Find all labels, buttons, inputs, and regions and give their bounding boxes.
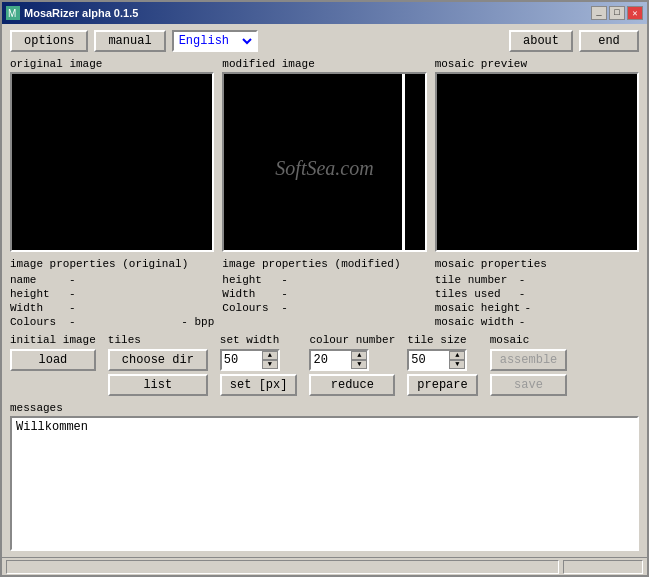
toolbar: options manual English Deutsch Español F… [10,30,639,52]
app-icon: M [6,6,20,20]
tiles-group: tiles choose dir list [108,334,208,396]
choose-dir-button[interactable]: choose dir [108,349,208,371]
colour-number-group: colour number ▲ ▼ reduce [309,334,395,396]
window-title: MosaRizer alpha 0.1.5 [24,7,138,19]
status-bar [2,557,647,575]
end-button[interactable]: end [579,30,639,52]
set-px-button[interactable]: set [px] [220,374,298,396]
mosaic-preview-box [435,72,639,252]
tile-size-label: tile size [407,334,477,346]
original-properties: image properties (original) name - heigh… [10,258,214,328]
colour-number-input[interactable] [311,352,351,368]
mosaic-props-title: mosaic properties [435,258,639,270]
mosaic-preview-label: mosaic preview [435,58,639,70]
about-button[interactable]: about [509,30,573,52]
tile-size-input[interactable] [409,352,449,368]
set-width-label: set width [220,334,298,346]
tile-size-down-button[interactable]: ▼ [449,360,465,369]
properties-row: image properties (original) name - heigh… [10,258,639,328]
prepare-button[interactable]: prepare [407,374,477,396]
image-panels: original image modified image SoftSea.co… [10,58,639,252]
colour-number-up-button[interactable]: ▲ [351,351,367,360]
status-panel-small [563,560,643,574]
initial-image-label: initial image [10,334,96,346]
language-select[interactable]: English Deutsch Español Français [175,33,255,49]
mosaic-preview-panel: mosaic preview [435,58,639,252]
colour-number-label: colour number [309,334,395,346]
mod-prop-width: Width - [222,288,426,300]
messages-label: messages [10,402,639,414]
reduce-button[interactable]: reduce [309,374,395,396]
mosaic-prop-mosaic-height: mosaic height - [435,302,639,314]
set-width-group: set width ▲ ▼ set [px] [220,334,298,396]
prop-height: height - [10,288,214,300]
close-button[interactable]: ✕ [627,6,643,20]
window-controls: _ □ ✕ [591,6,643,20]
tile-size-group: tile size ▲ ▼ prepare [407,334,477,396]
language-selector-wrapper: English Deutsch Español Français [172,30,258,52]
messages-section: messages Willkommen [10,402,639,551]
controls-row: initial image load tiles choose dir list… [10,334,639,396]
mosaic-group: mosaic assemble save [490,334,568,396]
assemble-button[interactable]: assemble [490,349,568,371]
maximize-button[interactable]: □ [609,6,625,20]
mod-prop-height: height - [222,274,426,286]
list-button[interactable]: list [108,374,208,396]
minimize-button[interactable]: _ [591,6,607,20]
initial-image-group: initial image load [10,334,96,371]
modified-image-label: modified image [222,58,426,70]
messages-box: Willkommen [10,416,639,551]
modified-props-title: image properties (modified) [222,258,426,270]
load-button[interactable]: load [10,349,96,371]
original-props-title: image properties (original) [10,258,214,270]
mosaic-prop-tile-number: tile number - [435,274,639,286]
colour-number-spinner: ▲ ▼ [309,349,369,371]
status-panel-main [6,560,559,574]
set-width-spinner: ▲ ▼ [220,349,280,371]
mosaic-prop-mosaic-width: mosaic width - [435,316,639,328]
manual-button[interactable]: manual [94,30,165,52]
mosaic-label: mosaic [490,334,568,346]
watermark: SoftSea.com [275,157,373,180]
tiles-label: tiles [108,334,208,346]
original-image-label: original image [10,58,214,70]
messages-text: Willkommen [16,420,88,434]
original-image-panel: original image [10,58,214,252]
title-bar: M MosaRizer alpha 0.1.5 _ □ ✕ [2,2,647,24]
modified-image-panel: modified image SoftSea.com [222,58,426,252]
prop-name: name - [10,274,214,286]
colour-number-down-button[interactable]: ▼ [351,360,367,369]
prop-width: Width - [10,302,214,314]
mosaic-properties: mosaic properties tile number - tiles us… [435,258,639,328]
svg-text:M: M [8,8,16,19]
mosaic-prop-tiles-used: tiles used - [435,288,639,300]
title-bar-left: M MosaRizer alpha 0.1.5 [6,6,138,20]
content-area: options manual English Deutsch Español F… [2,24,647,557]
mod-prop-colours: Colours - [222,302,426,314]
options-button[interactable]: options [10,30,88,52]
save-button[interactable]: save [490,374,568,396]
set-width-down-button[interactable]: ▼ [262,360,278,369]
tile-size-up-button[interactable]: ▲ [449,351,465,360]
modified-properties: image properties (modified) height - Wid… [222,258,426,328]
set-width-input[interactable] [222,352,262,368]
main-window: M MosaRizer alpha 0.1.5 _ □ ✕ options ma… [0,0,649,577]
tile-size-spinner: ▲ ▼ [407,349,467,371]
original-image-box [10,72,214,252]
prop-colours: Colours - - bpp [10,316,214,328]
modified-image-box: SoftSea.com [222,72,426,252]
set-width-up-button[interactable]: ▲ [262,351,278,360]
